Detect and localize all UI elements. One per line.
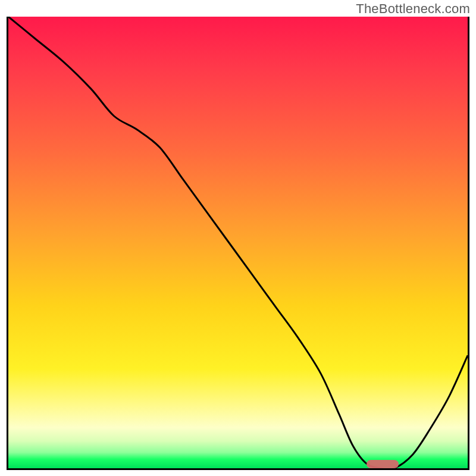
bottleneck-curve	[8, 17, 468, 469]
optimal-range-marker	[367, 460, 399, 468]
watermark-text: TheBottleneck.com	[356, 1, 470, 17]
chart-container: TheBottleneck.com	[0, 0, 476, 476]
plot-area	[7, 17, 469, 470]
bottleneck-curve-svg	[8, 17, 468, 468]
